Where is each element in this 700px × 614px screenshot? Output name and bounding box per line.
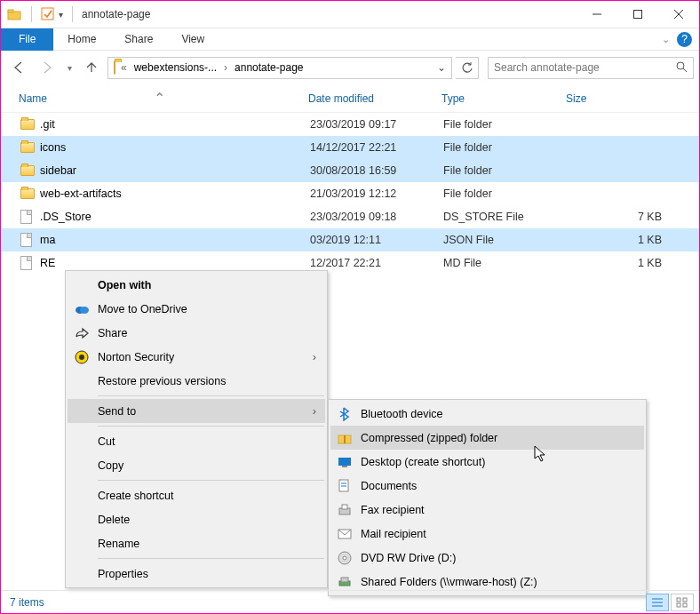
file-size: 1 KB xyxy=(568,234,699,246)
file-row[interactable]: ma03/2019 12:11JSON File1 KB xyxy=(1,228,699,251)
file-row[interactable]: .DS_Store23/03/2019 09:18DS_STORE File7 … xyxy=(1,205,699,228)
file-type: File folder xyxy=(443,141,568,154)
svg-point-7 xyxy=(677,62,684,69)
svg-rect-4 xyxy=(634,11,642,19)
file-name: sidebar xyxy=(40,164,310,177)
network-drive-icon xyxy=(338,576,352,588)
menu-copy[interactable]: Copy xyxy=(68,453,325,477)
file-type: JSON File xyxy=(443,234,568,246)
maximize-button[interactable] xyxy=(617,1,658,28)
file-name: .git xyxy=(40,118,310,131)
file-list[interactable]: .git23/03/2019 09:17File foldericons14/1… xyxy=(1,113,699,275)
address-dropdown[interactable]: ⌄ xyxy=(434,61,449,74)
file-name: RE xyxy=(40,257,310,269)
menu-send-to[interactable]: Send to› xyxy=(68,399,325,423)
column-size[interactable]: Size xyxy=(566,92,699,105)
chevron-right-icon: › xyxy=(222,61,229,74)
quick-access-toolbar: ▾ xyxy=(1,6,78,22)
context-menu: Open with Move to OneDrive Share Norton … xyxy=(65,270,328,588)
chevron-icon: « xyxy=(119,61,129,74)
svg-rect-30 xyxy=(677,598,680,602)
expand-ribbon-icon[interactable]: ⌄ xyxy=(662,34,670,45)
menu-share[interactable]: Share xyxy=(68,321,325,345)
folder-icon xyxy=(6,7,22,21)
menu-rename[interactable]: Rename xyxy=(68,531,325,555)
breadcrumb-part[interactable]: annotate-page xyxy=(229,58,308,78)
file-type: MD File xyxy=(443,257,568,269)
refresh-button[interactable] xyxy=(456,57,479,79)
search-icon[interactable] xyxy=(675,60,688,76)
file-row[interactable]: web-ext-artifacts21/03/2019 12:12File fo… xyxy=(1,182,699,205)
icons-view-button[interactable] xyxy=(671,594,694,611)
file-row[interactable]: .git23/03/2019 09:17File folder xyxy=(1,113,699,136)
menu-restore[interactable]: Restore previous versions xyxy=(68,369,325,393)
file-date: 23/03/2019 09:17 xyxy=(310,118,443,131)
file-type: DS_STORE File xyxy=(443,211,568,223)
svg-line-8 xyxy=(683,68,687,72)
item-count: 7 items xyxy=(10,596,44,609)
file-type: File folder xyxy=(443,164,568,177)
menu-cut[interactable]: Cut xyxy=(68,429,325,453)
sendto-fax[interactable]: Fax recipient xyxy=(330,498,644,522)
file-type: File folder xyxy=(443,118,568,131)
checkbox-icon[interactable] xyxy=(41,7,55,21)
menu-open-with[interactable]: Open with xyxy=(68,273,325,297)
svg-rect-21 xyxy=(342,505,347,509)
documents-icon xyxy=(338,479,350,493)
svg-rect-2 xyxy=(42,8,53,20)
details-view-button[interactable] xyxy=(646,594,669,611)
svg-rect-1 xyxy=(8,10,13,12)
menu-create-shortcut[interactable]: Create shortcut xyxy=(68,483,325,507)
recent-dropdown[interactable]: ▾ xyxy=(63,55,76,80)
svg-point-12 xyxy=(79,355,84,360)
sendto-dvd[interactable]: DVD RW Drive (D:) xyxy=(330,546,644,570)
column-name[interactable]: Name⌃ xyxy=(19,90,308,107)
menu-properties[interactable]: Properties xyxy=(68,562,325,586)
up-button[interactable] xyxy=(79,55,104,80)
search-input[interactable]: Search annotate-page xyxy=(488,57,694,79)
dvd-icon xyxy=(338,551,352,565)
file-size: 7 KB xyxy=(568,211,699,223)
share-icon xyxy=(75,327,89,339)
window-title: annotate-page xyxy=(82,8,577,20)
chevron-down-icon[interactable]: ▾ xyxy=(59,10,63,20)
sendto-mail[interactable]: Mail recipient xyxy=(330,522,644,546)
tab-share[interactable]: Share xyxy=(110,28,167,51)
file-tab[interactable]: File xyxy=(1,28,53,51)
search-placeholder: Search annotate-page xyxy=(494,61,600,74)
file-date: 23/03/2019 09:18 xyxy=(310,211,443,223)
file-name: icons xyxy=(40,141,310,154)
sendto-compressed-folder[interactable]: Compressed (zipped) folder xyxy=(330,426,644,450)
zip-folder-icon xyxy=(338,432,352,444)
svg-rect-16 xyxy=(342,466,347,467)
sendto-desktop[interactable]: Desktop (create shortcut) xyxy=(330,450,644,474)
address-bar[interactable]: « webextensions-... › annotate-page ⌄ xyxy=(107,57,452,79)
folder-icon xyxy=(114,61,115,74)
file-type: File folder xyxy=(443,187,568,200)
column-type[interactable]: Type xyxy=(441,92,566,105)
tab-view[interactable]: View xyxy=(167,28,219,51)
titlebar: ▾ annotate-page xyxy=(1,1,699,28)
sendto-bluetooth[interactable]: Bluetooth device xyxy=(330,402,644,426)
close-button[interactable] xyxy=(658,1,699,28)
column-date[interactable]: Date modified xyxy=(308,92,441,105)
tab-home[interactable]: Home xyxy=(53,28,110,51)
file-date: 14/12/2017 22:21 xyxy=(310,141,443,154)
file-row[interactable]: sidebar30/08/2018 16:59File folder xyxy=(1,159,699,182)
file-icon xyxy=(20,233,40,247)
menu-delete[interactable]: Delete xyxy=(68,507,325,531)
menu-onedrive[interactable]: Move to OneDrive xyxy=(68,297,325,321)
minimize-button[interactable] xyxy=(577,1,617,28)
desktop-icon xyxy=(338,456,352,468)
help-button[interactable]: ? xyxy=(677,32,692,47)
file-date: 30/08/2018 16:59 xyxy=(310,164,443,177)
sendto-documents[interactable]: Documents xyxy=(330,474,644,498)
back-button[interactable] xyxy=(6,55,31,80)
forward-button[interactable] xyxy=(35,55,60,80)
file-date: 21/03/2019 12:12 xyxy=(310,187,443,200)
file-row[interactable]: icons14/12/2017 22:21File folder xyxy=(1,136,699,159)
sort-indicator-icon: ⌃ xyxy=(154,90,165,107)
breadcrumb-part[interactable]: webextensions-... xyxy=(129,58,222,78)
file-size: 1 KB xyxy=(568,257,699,269)
menu-norton[interactable]: Norton Security› xyxy=(68,345,325,369)
